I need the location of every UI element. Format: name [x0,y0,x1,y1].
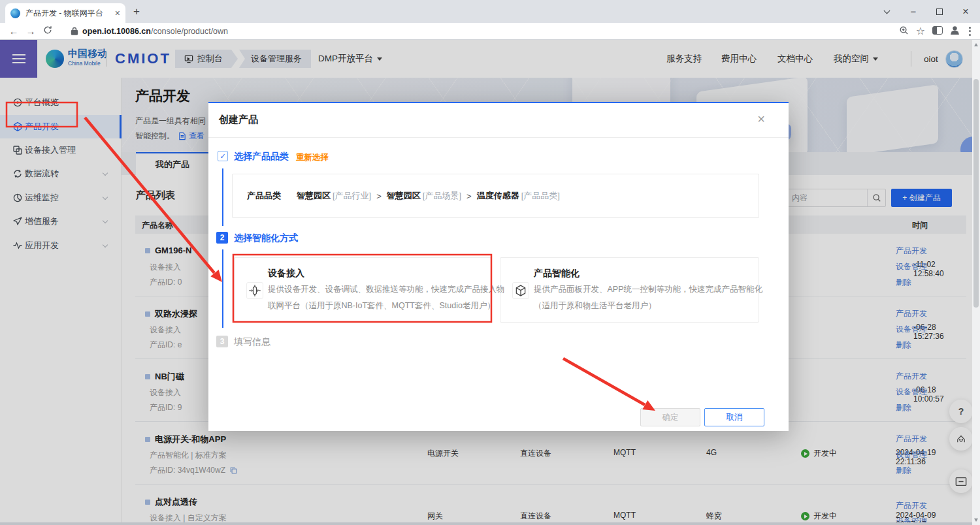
step3-label: 填写信息 [234,336,270,348]
browser-tabbar: 产品开发 - 物联网平台 × + − × [0,0,980,23]
step3-number: 3 [216,336,228,347]
confirm-button[interactable]: 确定 [640,408,700,426]
modal-close-icon[interactable]: × [757,112,765,127]
side-panel-icon[interactable] [929,25,946,37]
modal-title: 创建产品 [219,114,258,126]
category-box: 产品品类 智慧园区[产品行业] > 智慧园区[产品场景] > 温度传感器[产品品… [232,174,759,218]
scroll-down-icon[interactable] [974,518,978,522]
scrollbar-thumb[interactable] [973,79,979,308]
step2-label: 选择智能化方式 [234,232,298,244]
card-desc: 提供设备开发、设备调试、数据推送等功能，快速完成产品接入物 [268,284,505,295]
lock-icon[interactable] [71,27,78,35]
device-connector-icon [246,282,263,299]
tab-title: 产品开发 - 物联网平台 [25,8,111,19]
cube-icon [512,282,529,299]
reload-icon[interactable] [39,25,56,37]
card-title: 产品智能化 [534,268,580,279]
category-label: 产品品类 [247,190,281,202]
forward-icon[interactable]: → [22,25,39,37]
window-close-button[interactable]: × [953,0,979,23]
step1-checkbox[interactable]: ✓ [218,151,228,161]
card-desc: （适用于原和物生活平台老用户） [534,300,657,311]
card-desc: 提供产品面板开发、APP统一控制等功能，快速完成产品智能化 [534,284,762,295]
back-icon[interactable]: ← [5,25,22,37]
window-minimize-button[interactable]: − [900,0,926,23]
step-connector [222,168,223,226]
card-desc: 联网平台（适用于原NB-IoT套件、MQTT套件、Studio老用户） [268,300,495,311]
cancel-button[interactable]: 取消 [704,408,764,426]
profile-avatar-icon[interactable] [946,25,963,38]
reselect-link[interactable]: 重新选择 [296,152,329,163]
scrollbar[interactable] [972,40,980,525]
divider [208,137,789,138]
scroll-up-icon[interactable] [974,43,978,46]
favicon-icon [10,8,20,18]
tab-close-icon[interactable]: × [115,8,120,18]
card-title: 设备接入 [268,268,304,279]
browser-menu-icon[interactable] [963,27,976,36]
step2-number: 2 [216,232,228,244]
browser-addressbar: ← → open.iot.10086.cn/console/product/ow… [0,23,980,40]
create-product-modal: 创建产品 × ✓ 选择产品品类 重新选择 产品品类 智慧园区[产品行业] > 智… [208,102,789,431]
step1-label: 选择产品品类 [234,151,289,163]
step-connector [222,249,223,328]
new-tab-button[interactable]: + [133,5,140,18]
bottom-edge [0,522,980,525]
window-maximize-button[interactable] [926,0,953,23]
window-menu-button[interactable] [874,0,900,23]
url-text[interactable]: open.iot.10086.cn/console/product/own [82,27,228,36]
bookmark-star-icon[interactable]: ☆ [912,25,929,37]
device-access-card[interactable]: 设备接入 提供设备开发、设备调试、数据推送等功能，快速完成产品接入物 联网平台（… [234,257,491,323]
product-intelligence-card[interactable]: 产品智能化 提供产品面板开发、APP统一控制等功能，快速完成产品智能化 （适用于… [500,257,759,323]
browser-tab[interactable]: 产品开发 - 物联网平台 × [5,3,125,23]
screen: 产品开发 - 物联网平台 × + − × ← → open.iot.10086.… [0,0,980,525]
zoom-icon[interactable] [895,25,912,37]
